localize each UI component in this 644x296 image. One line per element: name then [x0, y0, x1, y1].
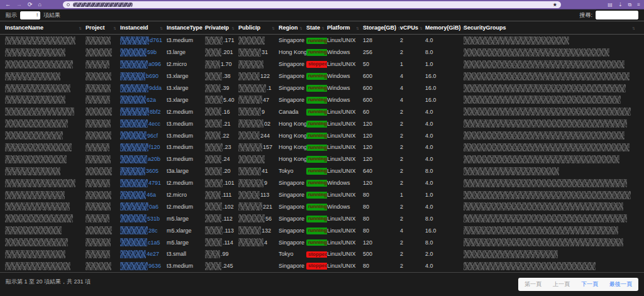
column-header-project[interactable]: Project↑↓: [86, 25, 120, 31]
search-label: 搜尋:: [579, 11, 592, 19]
redacted-project: [86, 84, 111, 92]
instance-id-link[interactable]: c1a5: [148, 239, 160, 246]
private-ip-suffix: .39: [221, 85, 230, 91]
instance-id-link[interactable]: 4ecc: [148, 121, 160, 127]
redacted-private-ip: [205, 238, 222, 246]
redacted-security-groups: [464, 238, 623, 246]
state-badge: running: [306, 121, 327, 128]
column-header-storage-gb-[interactable]: Storage(GB)↑↓: [363, 25, 400, 31]
home-icon[interactable]: ⌂: [38, 2, 42, 8]
back-icon[interactable]: ←: [5, 2, 11, 8]
instance-type-cell: t2.medium: [167, 204, 205, 210]
state-badge: running: [306, 227, 327, 234]
storage-cell: 256: [363, 49, 400, 55]
column-header-vcpus[interactable]: vCPUs↑↓: [400, 25, 425, 31]
storage-cell: 80: [363, 216, 400, 222]
column-header-platform[interactable]: Platform↑↓: [327, 25, 363, 31]
storage-cell: 80: [363, 204, 400, 210]
instance-id-link[interactable]: 4e27: [147, 251, 159, 257]
column-header-state[interactable]: State↑↓: [306, 25, 327, 31]
redacted-instance-id: [120, 226, 148, 234]
instance-type-cell: t3.small: [167, 251, 205, 257]
storage-cell: 120: [363, 239, 400, 246]
reload-icon[interactable]: ⟳: [28, 2, 33, 8]
address-bar[interactable]: ★: [63, 1, 561, 8]
security-groups-cell: [464, 48, 639, 57]
state-cell: running: [306, 227, 327, 234]
search-input[interactable]: [596, 11, 638, 19]
column-label-memory-gib-: Memory(GiB): [425, 25, 461, 31]
instance-id-link[interactable]: 62a: [147, 97, 156, 103]
instance-id-link[interactable]: 9dda: [149, 85, 162, 91]
column-header-securitygroups[interactable]: SecurityGroups↑↓: [464, 25, 639, 31]
instance-id-link[interactable]: a20b: [148, 156, 160, 162]
memory-cell: 4.0: [425, 180, 464, 186]
sort-icon: ↑↓: [320, 26, 323, 30]
instance-id-link[interactable]: a096: [148, 61, 161, 67]
column-header-instanceid[interactable]: InstanceId↑↓: [120, 25, 167, 31]
public-ip-cell: 157: [238, 143, 279, 151]
menu-icon[interactable]: ≡: [637, 3, 640, 8]
redacted-instance-id: [120, 179, 148, 187]
pagination-active-link[interactable]: 最後一頁: [609, 280, 632, 288]
column-header-instancetype[interactable]: InstanceType↑↓: [167, 25, 205, 31]
private-ip-cell: .24: [205, 155, 238, 163]
pagination: 第一頁上一頁下一頁最後一頁: [518, 278, 638, 291]
column-label-privateip: PrivateIp: [205, 25, 229, 31]
bookmark-star-icon[interactable]: ★: [553, 3, 557, 8]
instance-id-link[interactable]: 4791: [148, 180, 161, 186]
column-header-region[interactable]: Region↑↓: [279, 25, 306, 31]
table-row: 59bt3.large.20131Hong KongrunningWindows…: [0, 47, 644, 58]
table-row: 9ddat3.xlarge.39.1SingaporerunningWindow…: [0, 82, 644, 94]
private-ip-suffix: .171: [223, 37, 235, 43]
instance-id-link[interactable]: 0a6: [149, 204, 158, 210]
redacted-private-ip: [205, 84, 221, 92]
column-header-privateip[interactable]: PrivateIp↑↓: [205, 25, 238, 31]
pagination-disabled-link[interactable]: 第一頁: [525, 280, 541, 288]
redacted-project: [86, 36, 111, 45]
state-cell: running: [306, 155, 327, 163]
table-footer: 顯示第 1 至 20 項結果，共 231 項 第一頁上一頁下一頁最後一頁: [0, 273, 644, 291]
memory-cell: 4.0: [425, 109, 464, 115]
pagination-active-link[interactable]: 下一頁: [581, 280, 598, 288]
instance-id-cell: b690: [120, 72, 167, 80]
public-ip-cell: [238, 155, 279, 163]
state-badge: running: [306, 180, 327, 187]
instance-id-link[interactable]: f120: [149, 144, 160, 150]
redacted-public-ip: [238, 60, 264, 69]
instance-id-link[interactable]: 9636: [148, 263, 161, 269]
page-length-select[interactable]: ↕: [20, 11, 40, 19]
instance-name-cell: [5, 191, 86, 199]
column-header-publicip[interactable]: PublicIp↑↓: [238, 25, 279, 31]
column-header-instancename[interactable]: InstanceName↑↓: [5, 25, 86, 31]
forward-icon[interactable]: →: [16, 2, 22, 8]
instance-id-link[interactable]: 96cf: [147, 133, 158, 139]
instance-id-link[interactable]: 3605: [146, 168, 158, 174]
memory-cell: 4.0: [425, 156, 464, 162]
storage-cell: 120: [363, 156, 400, 162]
project-cell: [86, 155, 120, 163]
window-icon[interactable]: ⧉: [628, 3, 632, 8]
platform-cell: Linux/UNIX: [327, 144, 363, 150]
redacted-instance-id: [120, 202, 148, 211]
redacted-security-groups: [464, 262, 596, 270]
instance-id-link[interactable]: d761: [150, 37, 162, 43]
download-icon[interactable]: ⇣: [618, 3, 623, 8]
private-ip-cell: .39: [205, 84, 238, 92]
instance-id-link[interactable]: 28c: [148, 227, 158, 234]
vcpus-cell: 1: [400, 61, 425, 67]
public-ip-cell: 47: [238, 96, 279, 104]
instance-id-link[interactable]: 531b: [147, 216, 160, 222]
instance-type-cell: t3.medium: [167, 156, 205, 162]
instance-id-link[interactable]: 59b: [147, 49, 157, 55]
instance-id-link[interactable]: 46a: [147, 192, 156, 198]
memory-cell: 16.0: [425, 85, 464, 91]
region-cell: Canada: [279, 109, 306, 115]
column-header-memory-gib-[interactable]: Memory(GiB)↑↓: [425, 25, 464, 31]
panel-icon[interactable]: ▤: [608, 3, 613, 8]
pagination-disabled-link[interactable]: 上一頁: [553, 280, 570, 288]
instance-id-link[interactable]: b690: [146, 73, 158, 79]
redacted-project: [86, 250, 110, 258]
public-ip-suffix: 113: [260, 192, 269, 198]
instance-id-link[interactable]: 8bf2: [150, 109, 161, 115]
